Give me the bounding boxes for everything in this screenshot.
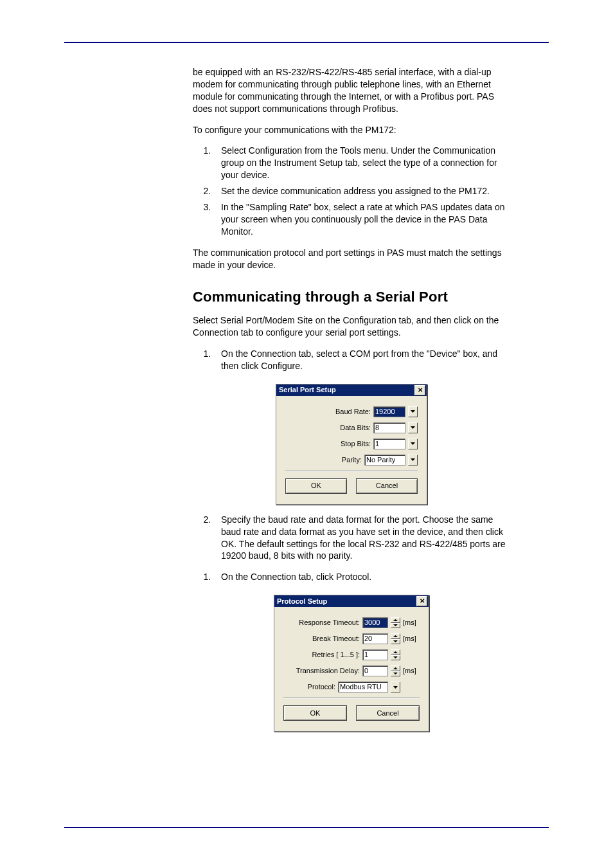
close-icon[interactable]: ✕ [416,596,427,606]
footer-rule [64,827,549,828]
ok-button[interactable]: OK [285,478,347,494]
break-timeout-field[interactable]: 20 [362,633,388,644]
unit-label: [ms] [403,634,420,644]
list-item: On the Connection tab, click Protocol. [213,571,510,583]
svg-marker-11 [393,673,398,674]
cancel-button[interactable]: Cancel [356,478,418,494]
protocol-setup-dialog: Protocol Setup ✕ Response Timeout: 3000 … [274,595,429,732]
steps-list: Specify the baud rate and data format fo… [193,514,510,563]
svg-marker-10 [393,667,398,669]
retries-label: Retries [ 1...5 ]: [312,650,360,660]
svg-marker-8 [393,651,398,653]
response-timeout-field[interactable]: 3000 [362,617,388,628]
close-icon[interactable]: ✕ [414,385,425,395]
list-item: On the Connection tab, select a COM port… [213,348,510,372]
spinner[interactable] [391,633,400,644]
svg-marker-7 [393,640,398,642]
transmission-delay-field[interactable]: 0 [362,665,388,676]
divider [283,698,420,699]
svg-marker-5 [393,624,398,626]
dropdown-icon[interactable] [408,439,418,449]
dialog-titlebar[interactable]: Serial Port Setup ✕ [276,384,427,396]
svg-marker-1 [411,426,415,429]
spinner[interactable] [391,665,400,676]
list-item: Specify the baud rate and data format fo… [213,514,510,563]
dropdown-icon[interactable] [391,682,400,692]
svg-marker-6 [393,635,398,637]
steps-list: Select Configuration from the Tools menu… [193,145,510,237]
svg-marker-3 [411,458,415,461]
svg-marker-0 [411,410,415,413]
paragraph: Select Serial Port/Modem Site on the Con… [193,314,510,339]
baud-rate-field[interactable]: 19200 [373,406,405,417]
baud-rate-label: Baud Rate: [335,407,371,417]
dialog-titlebar[interactable]: Protocol Setup ✕ [274,595,429,607]
svg-marker-9 [393,656,398,658]
paragraph: The communication protocol and port sett… [193,247,510,271]
stop-bits-label: Stop Bits: [341,439,371,449]
spinner[interactable] [391,649,400,660]
parity-label: Parity: [342,455,362,465]
serial-port-setup-dialog: Serial Port Setup ✕ Baud Rate: 19200 Dat… [276,384,427,505]
list-item: In the "Sampling Rate" box, select a rat… [213,201,510,238]
protocol-label: Protocol: [308,682,335,692]
dialog-title: Protocol Setup [277,597,327,606]
dropdown-icon[interactable] [408,422,418,433]
dropdown-icon[interactable] [408,455,418,466]
cancel-button[interactable]: Cancel [356,705,420,721]
retries-field[interactable]: 1 [362,649,388,660]
unit-label: [ms] [403,666,420,676]
spinner[interactable] [391,617,400,628]
data-bits-label: Data Bits: [340,423,371,433]
svg-marker-2 [411,442,415,445]
ok-button[interactable]: OK [283,705,347,721]
list-item: Set the device communication address you… [213,185,510,197]
response-timeout-label: Response Timeout: [299,618,360,628]
dialog-title: Serial Port Setup [279,385,336,395]
section-heading: Communicating through a Serial Port [193,287,510,307]
svg-marker-4 [393,619,398,621]
paragraph: To configure your communications with th… [193,124,510,136]
dropdown-icon[interactable] [408,406,418,417]
stop-bits-field[interactable]: 1 [373,439,405,449]
list-item: Select Configuration from the Tools menu… [213,145,510,181]
transmission-delay-label: Transmission Delay: [296,666,360,676]
protocol-field[interactable]: Modbus RTU [338,682,388,692]
svg-marker-12 [393,686,398,689]
break-timeout-label: Break Timeout: [312,634,360,644]
data-bits-field[interactable]: 8 [373,422,405,433]
divider [285,471,418,472]
steps-list: On the Connection tab, select a COM port… [193,348,510,372]
parity-field[interactable]: No Parity [364,455,405,466]
steps-list: On the Connection tab, click Protocol. [193,571,510,583]
paragraph: be equipped with an RS-232/RS-422/RS-485… [193,66,510,115]
unit-label: [ms] [403,618,420,628]
